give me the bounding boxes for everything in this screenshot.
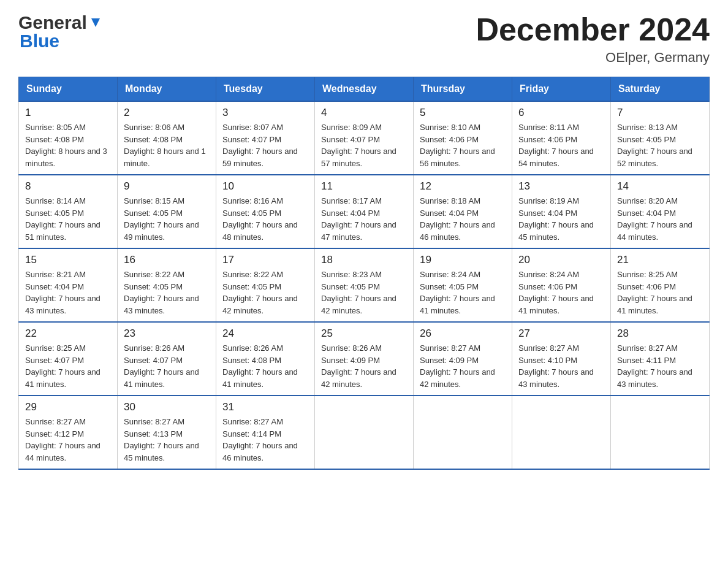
day-number: 31: [222, 401, 308, 413]
table-row: 26Sunrise: 8:27 AMSunset: 4:09 PMDayligh…: [414, 322, 512, 396]
day-number: 24: [222, 327, 308, 340]
day-number: 18: [321, 254, 407, 266]
day-info: Sunrise: 8:27 AMSunset: 4:14 PMDaylight:…: [222, 416, 308, 464]
day-number: 5: [420, 107, 506, 119]
day-info: Sunrise: 8:06 AMSunset: 4:08 PMDaylight:…: [124, 121, 210, 169]
title-area: December 2024 OElper, Germany: [476, 12, 710, 66]
day-info: Sunrise: 8:10 AMSunset: 4:06 PMDaylight:…: [420, 121, 506, 169]
table-row: 30Sunrise: 8:27 AMSunset: 4:13 PMDayligh…: [118, 396, 216, 469]
table-row: 28Sunrise: 8:27 AMSunset: 4:11 PMDayligh…: [611, 322, 710, 396]
svg-marker-0: [91, 18, 100, 27]
table-row: 8Sunrise: 8:14 AMSunset: 4:05 PMDaylight…: [19, 175, 118, 248]
table-row: 16Sunrise: 8:22 AMSunset: 4:05 PMDayligh…: [118, 248, 216, 322]
calendar-week-row: 8Sunrise: 8:14 AMSunset: 4:05 PMDaylight…: [19, 175, 710, 248]
table-row: 19Sunrise: 8:24 AMSunset: 4:05 PMDayligh…: [414, 248, 512, 322]
day-number: 27: [518, 327, 604, 340]
day-number: 20: [518, 254, 604, 266]
day-info: Sunrise: 8:26 AMSunset: 4:09 PMDaylight:…: [321, 342, 407, 390]
table-row: [315, 396, 414, 469]
day-info: Sunrise: 8:14 AMSunset: 4:05 PMDaylight:…: [25, 195, 111, 243]
table-row: 3Sunrise: 8:07 AMSunset: 4:07 PMDaylight…: [216, 101, 315, 175]
table-row: 13Sunrise: 8:19 AMSunset: 4:04 PMDayligh…: [512, 175, 611, 248]
table-row: 4Sunrise: 8:09 AMSunset: 4:07 PMDaylight…: [315, 101, 414, 175]
day-number: 12: [420, 180, 506, 193]
calendar-header-row: Sunday Monday Tuesday Wednesday Thursday…: [19, 77, 710, 102]
table-row: 17Sunrise: 8:22 AMSunset: 4:05 PMDayligh…: [216, 248, 315, 322]
day-info: Sunrise: 8:19 AMSunset: 4:04 PMDaylight:…: [518, 195, 604, 243]
day-number: 28: [617, 327, 703, 340]
table-row: [414, 396, 512, 469]
day-info: Sunrise: 8:22 AMSunset: 4:05 PMDaylight:…: [222, 269, 308, 316]
day-number: 17: [222, 254, 308, 266]
day-number: 25: [321, 327, 407, 340]
col-tuesday: Tuesday: [216, 77, 315, 102]
table-row: 7Sunrise: 8:13 AMSunset: 4:05 PMDaylight…: [611, 101, 710, 175]
day-number: 2: [124, 107, 210, 119]
table-row: 23Sunrise: 8:26 AMSunset: 4:07 PMDayligh…: [118, 322, 216, 396]
day-number: 7: [617, 107, 703, 119]
table-row: 5Sunrise: 8:10 AMSunset: 4:06 PMDaylight…: [414, 101, 512, 175]
day-info: Sunrise: 8:11 AMSunset: 4:06 PMDaylight:…: [518, 121, 604, 169]
day-number: 14: [617, 180, 703, 193]
day-info: Sunrise: 8:24 AMSunset: 4:05 PMDaylight:…: [420, 269, 506, 316]
day-number: 30: [124, 401, 210, 413]
day-info: Sunrise: 8:21 AMSunset: 4:04 PMDaylight:…: [25, 269, 111, 316]
table-row: 27Sunrise: 8:27 AMSunset: 4:10 PMDayligh…: [512, 322, 611, 396]
logo-general: General: [18, 12, 87, 33]
col-friday: Friday: [512, 77, 611, 102]
calendar-week-row: 22Sunrise: 8:25 AMSunset: 4:07 PMDayligh…: [19, 322, 710, 396]
day-number: 11: [321, 180, 407, 193]
day-info: Sunrise: 8:27 AMSunset: 4:12 PMDaylight:…: [25, 416, 111, 464]
month-title: December 2024: [476, 12, 710, 47]
table-row: 22Sunrise: 8:25 AMSunset: 4:07 PMDayligh…: [19, 322, 118, 396]
day-number: 29: [25, 401, 111, 413]
table-row: 12Sunrise: 8:18 AMSunset: 4:04 PMDayligh…: [414, 175, 512, 248]
table-row: 24Sunrise: 8:26 AMSunset: 4:08 PMDayligh…: [216, 322, 315, 396]
table-row: 15Sunrise: 8:21 AMSunset: 4:04 PMDayligh…: [19, 248, 118, 322]
table-row: 6Sunrise: 8:11 AMSunset: 4:06 PMDaylight…: [512, 101, 611, 175]
day-info: Sunrise: 8:27 AMSunset: 4:10 PMDaylight:…: [518, 342, 604, 390]
day-info: Sunrise: 8:27 AMSunset: 4:11 PMDaylight:…: [617, 342, 703, 390]
day-info: Sunrise: 8:26 AMSunset: 4:07 PMDaylight:…: [124, 342, 210, 390]
day-number: 10: [222, 180, 308, 193]
calendar-week-row: 15Sunrise: 8:21 AMSunset: 4:04 PMDayligh…: [19, 248, 710, 322]
day-info: Sunrise: 8:22 AMSunset: 4:05 PMDaylight:…: [124, 269, 210, 316]
day-info: Sunrise: 8:26 AMSunset: 4:08 PMDaylight:…: [222, 342, 308, 390]
day-info: Sunrise: 8:15 AMSunset: 4:05 PMDaylight:…: [124, 195, 210, 243]
logo: General Blue: [18, 12, 102, 52]
table-row: 11Sunrise: 8:17 AMSunset: 4:04 PMDayligh…: [315, 175, 414, 248]
day-info: Sunrise: 8:09 AMSunset: 4:07 PMDaylight:…: [321, 121, 407, 169]
day-info: Sunrise: 8:27 AMSunset: 4:13 PMDaylight:…: [124, 416, 210, 464]
table-row: 20Sunrise: 8:24 AMSunset: 4:06 PMDayligh…: [512, 248, 611, 322]
day-number: 16: [124, 254, 210, 266]
table-row: [611, 396, 710, 469]
col-saturday: Saturday: [611, 77, 710, 102]
table-row: 29Sunrise: 8:27 AMSunset: 4:12 PMDayligh…: [19, 396, 118, 469]
col-sunday: Sunday: [19, 77, 118, 102]
day-info: Sunrise: 8:27 AMSunset: 4:09 PMDaylight:…: [420, 342, 506, 390]
calendar-week-row: 1Sunrise: 8:05 AMSunset: 4:08 PMDaylight…: [19, 101, 710, 175]
logo-blue: Blue: [20, 31, 59, 52]
day-number: 8: [25, 180, 111, 193]
day-number: 9: [124, 180, 210, 193]
table-row: 31Sunrise: 8:27 AMSunset: 4:14 PMDayligh…: [216, 396, 315, 469]
table-row: 10Sunrise: 8:16 AMSunset: 4:05 PMDayligh…: [216, 175, 315, 248]
day-number: 4: [321, 107, 407, 119]
day-info: Sunrise: 8:13 AMSunset: 4:05 PMDaylight:…: [617, 121, 703, 169]
day-number: 23: [124, 327, 210, 340]
page-header: General Blue December 2024 OElper, Germa…: [18, 12, 710, 66]
day-info: Sunrise: 8:24 AMSunset: 4:06 PMDaylight:…: [518, 269, 604, 316]
day-number: 22: [25, 327, 111, 340]
day-info: Sunrise: 8:20 AMSunset: 4:04 PMDaylight:…: [617, 195, 703, 243]
table-row: 1Sunrise: 8:05 AMSunset: 4:08 PMDaylight…: [19, 101, 118, 175]
day-info: Sunrise: 8:17 AMSunset: 4:04 PMDaylight:…: [321, 195, 407, 243]
day-info: Sunrise: 8:23 AMSunset: 4:05 PMDaylight:…: [321, 269, 407, 316]
day-number: 1: [25, 107, 111, 119]
logo-triangle-icon: [89, 16, 102, 29]
day-number: 21: [617, 254, 703, 266]
day-number: 13: [518, 180, 604, 193]
day-info: Sunrise: 8:16 AMSunset: 4:05 PMDaylight:…: [222, 195, 308, 243]
day-info: Sunrise: 8:25 AMSunset: 4:07 PMDaylight:…: [25, 342, 111, 390]
col-wednesday: Wednesday: [315, 77, 414, 102]
col-monday: Monday: [118, 77, 216, 102]
